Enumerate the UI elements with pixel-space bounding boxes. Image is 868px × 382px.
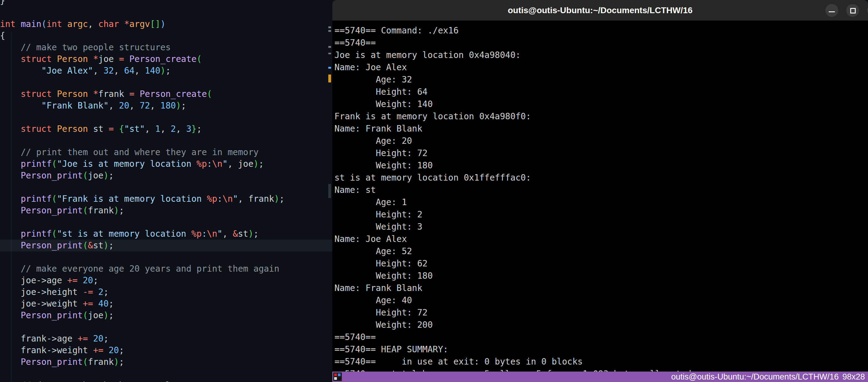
window-size-icon xyxy=(333,373,342,381)
code-line[interactable]: // destroy them both so we clean up xyxy=(0,380,332,382)
terminal-line: ==5740== xyxy=(335,37,868,49)
terminal-line: ==5740== in use at exit: 0 bytes in 0 bl… xyxy=(335,356,868,368)
size-icon-gray-square xyxy=(334,377,337,380)
terminal-title: outis@outis-Ubuntu:~/Documents/LCTHW/16 xyxy=(332,0,868,21)
code-line[interactable]: Person_print(&st); xyxy=(0,240,332,251)
code-line[interactable]: printf("st is at memory location %p:\n",… xyxy=(0,228,332,240)
ruler-mark xyxy=(328,26,331,28)
terminal-line: Height: 2 xyxy=(335,208,868,221)
maximize-button[interactable] xyxy=(846,4,859,17)
code-line[interactable]: printf("Frank is at memory location %p:\… xyxy=(0,193,332,205)
minimize-button[interactable] xyxy=(825,4,838,17)
terminal-line: Weight: 180 xyxy=(335,160,868,172)
code-line[interactable]: // make two people structures xyxy=(0,42,332,53)
code-line[interactable]: printf("Joe is at memory location %p:\n"… xyxy=(0,158,332,170)
code-line[interactable] xyxy=(0,77,332,88)
code-line[interactable]: Person_print(joe); xyxy=(0,310,332,321)
terminal-line: Joe is at memory location 0x4a98040: xyxy=(335,49,868,61)
size-icon-red-square xyxy=(334,373,337,377)
terminal-line: Weight: 140 xyxy=(335,98,868,110)
terminal-line: ==5740== Command: ./ex16 xyxy=(335,25,868,37)
terminal-line: Name: Joe Alex xyxy=(335,233,868,245)
ruler-mark xyxy=(328,67,331,69)
code-line[interactable]: int main(int argc, char *argv[]) xyxy=(0,19,332,30)
terminal-line: Weight: 200 xyxy=(335,319,868,331)
code-line[interactable]: // print them out and where they are in … xyxy=(0,146,332,158)
terminal-titlebar[interactable]: outis@outis-Ubuntu:~/Documents/LCTHW/16 xyxy=(332,0,868,21)
terminal-line: Height: 62 xyxy=(335,257,868,270)
terminal-line: Name: Joe Alex xyxy=(335,61,868,74)
maximize-icon xyxy=(850,8,856,13)
terminal-line: ==5740== HEAP SUMMARY: xyxy=(335,343,868,356)
desktop: }int main(int argc, char *argv[]){ // ma… xyxy=(0,0,868,382)
code-line[interactable] xyxy=(0,7,332,19)
terminal-line: Age: 40 xyxy=(335,294,868,307)
terminal-line: Height: 72 xyxy=(335,147,868,160)
code-line[interactable]: struct Person *joe = Person_create( xyxy=(0,53,332,65)
code-content: }int main(int argc, char *argv[]){ // ma… xyxy=(0,0,332,382)
code-line[interactable]: frank->age += 20; xyxy=(0,333,332,345)
size-bar-path: outis@outis-Ubuntu:~/Documents/LCTHW/16 xyxy=(671,372,839,381)
code-line[interactable]: Person_print(frank); xyxy=(0,356,332,368)
code-line[interactable]: "Joe Alex", 32, 64, 140); xyxy=(0,65,332,77)
terminal-output[interactable]: ==5740== Command: ./ex16==5740==Joe is a… xyxy=(332,21,868,382)
terminal-line: st is at memory location 0x1ffefffac0: xyxy=(335,172,868,184)
terminal-line: Age: 20 xyxy=(335,135,868,147)
terminal-line: Age: 1 xyxy=(335,196,868,208)
code-line[interactable] xyxy=(0,368,332,380)
minimize-icon xyxy=(829,11,835,12)
code-line[interactable]: // make everyone age 20 years and print … xyxy=(0,263,332,275)
terminal-size-bar: outis@outis-Ubuntu:~/Documents/LCTHW/169… xyxy=(332,372,868,382)
editor-scrollbar[interactable] xyxy=(328,0,332,382)
terminal-line: Height: 64 xyxy=(335,86,868,98)
code-line[interactable]: { xyxy=(0,30,332,42)
size-icon-dropdown-triangle xyxy=(338,378,341,380)
size-icon-blue-square xyxy=(338,373,341,377)
terminal-line: Age: 52 xyxy=(335,245,868,257)
code-line[interactable] xyxy=(0,112,332,123)
terminal-line: Height: 72 xyxy=(335,307,868,319)
code-line[interactable] xyxy=(0,181,332,193)
code-line[interactable] xyxy=(0,251,332,263)
ruler-mark xyxy=(328,184,331,198)
size-bar-text: outis@outis-Ubuntu:~/Documents/LCTHW/169… xyxy=(671,372,865,382)
code-line[interactable]: Person_print(joe); xyxy=(0,170,332,181)
terminal-line: Weight: 180 xyxy=(335,270,868,282)
code-line[interactable]: } xyxy=(0,0,332,7)
terminal-line: Frank is at memory location 0x4a980f0: xyxy=(335,110,868,123)
terminal-line: Name: Frank Blank xyxy=(335,282,868,294)
terminal-line: ==5740== xyxy=(335,331,868,343)
code-line[interactable]: struct Person st = {"st", 1, 2, 3}; xyxy=(0,123,332,135)
size-bar-dimensions: 98x28 xyxy=(842,372,865,381)
terminal-line: Name: Frank Blank xyxy=(335,123,868,135)
ruler-mark xyxy=(328,74,331,82)
code-line[interactable] xyxy=(0,321,332,333)
code-line[interactable] xyxy=(0,135,332,146)
terminal-line: Weight: 3 xyxy=(335,221,868,233)
ruler-mark xyxy=(328,30,331,32)
ruler-mark xyxy=(328,46,331,48)
terminal-line: Name: st xyxy=(335,184,868,196)
code-line[interactable] xyxy=(0,216,332,228)
code-line[interactable]: "Frank Blank", 20, 72, 180); xyxy=(0,100,332,112)
terminal-line: Age: 32 xyxy=(335,74,868,86)
code-line[interactable]: Person_print(frank); xyxy=(0,205,332,216)
code-line[interactable]: joe->weight += 40; xyxy=(0,298,332,310)
code-line[interactable]: struct Person *frank = Person_create( xyxy=(0,88,332,100)
code-line[interactable]: frank->weight += 20; xyxy=(0,345,332,356)
terminal-window: outis@outis-Ubuntu:~/Documents/LCTHW/16 … xyxy=(332,0,868,382)
code-line[interactable]: joe->age += 20; xyxy=(0,275,332,286)
ruler-mark xyxy=(328,53,331,54)
code-line[interactable]: joe->height -= 2; xyxy=(0,286,332,298)
